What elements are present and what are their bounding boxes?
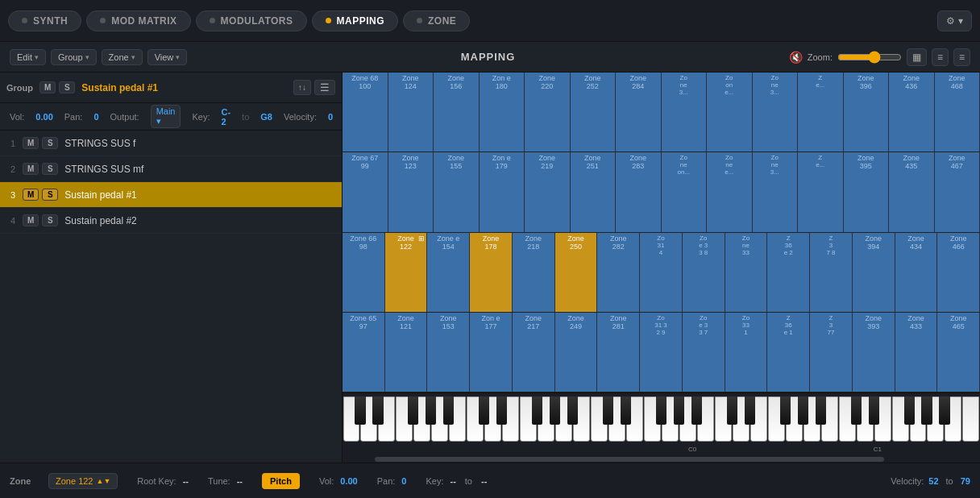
white-key[interactable] — [449, 396, 466, 442]
settings-button[interactable]: ⚙ ▾ — [937, 10, 972, 31]
zone-cell[interactable]: Z36e 1 — [767, 313, 810, 392]
list-view-icon[interactable]: ≡ — [932, 48, 949, 66]
group-up-button[interactable]: ↑↓ — [293, 80, 311, 95]
zone-cell[interactable]: Zone433 — [895, 313, 938, 392]
zone-cell[interactable]: Ze... — [798, 73, 844, 151]
zone-cell[interactable]: Zone124 — [388, 73, 434, 151]
zone-cell[interactable]: Zone283 — [616, 152, 662, 231]
zone-cell-122[interactable]: ⊞ Zone122 — [385, 233, 428, 312]
zone-cell[interactable]: Zone121 — [385, 313, 428, 392]
mute-button[interactable]: M — [39, 81, 56, 93]
view-menu[interactable]: View ▾ — [147, 49, 188, 65]
piano-scroll[interactable] — [343, 456, 980, 463]
zone-cell[interactable]: Zone468 — [935, 73, 981, 151]
white-key[interactable] — [413, 396, 430, 442]
zone-cell[interactable]: Zone 6698 — [343, 233, 385, 312]
white-key[interactable] — [343, 396, 360, 442]
zone-cell[interactable]: Zone249 — [555, 313, 598, 392]
white-key[interactable] — [768, 396, 785, 442]
zone-select[interactable]: Zone 122 ▲▼ — [48, 473, 118, 489]
zone-cell[interactable]: Zone 68100 — [343, 73, 388, 151]
white-key[interactable] — [821, 396, 838, 442]
zone-cell[interactable]: Zone396 — [844, 73, 890, 151]
zone-cell[interactable]: Zone220 — [525, 73, 571, 151]
zone-cell[interactable]: Z37 8 — [810, 233, 853, 312]
white-key[interactable] — [910, 396, 927, 442]
zone-cell[interactable]: Zone3... — [753, 152, 799, 231]
zone-cell[interactable]: Zo314 — [640, 233, 683, 312]
zone-cell[interactable]: Zo331 — [725, 313, 768, 392]
zone-cell[interactable]: Zone123 — [388, 152, 434, 231]
alt-list-icon[interactable]: ≡ — [953, 48, 970, 66]
zone-cell[interactable]: Zonee... — [707, 152, 753, 231]
zone-cell[interactable]: Zone281 — [597, 313, 640, 392]
group-row-1[interactable]: 1 M S STRINGS SUS f — [0, 131, 342, 156]
white-key[interactable] — [431, 396, 448, 442]
white-key[interactable] — [927, 396, 944, 442]
white-key[interactable] — [945, 396, 961, 442]
zone-cell-250[interactable]: Zone250 — [555, 233, 598, 312]
mute-3[interactable]: M — [23, 189, 39, 201]
zone-cell[interactable]: Zone465 — [937, 313, 980, 392]
mute-4[interactable]: M — [23, 214, 39, 226]
zone-cell[interactable]: Zoneon... — [662, 152, 708, 231]
white-key[interactable] — [892, 396, 909, 442]
white-key[interactable] — [502, 396, 519, 442]
white-key[interactable] — [467, 396, 484, 442]
white-key[interactable] — [786, 396, 803, 442]
zone-cell[interactable]: Zone394 — [853, 233, 895, 312]
zone-cell[interactable]: Zone33 — [725, 233, 768, 312]
group-list-button[interactable]: ☰ — [314, 80, 335, 95]
zone-cell[interactable]: Zone217 — [513, 313, 555, 392]
white-key[interactable] — [626, 396, 643, 442]
zone-cell[interactable]: Zone153 — [427, 313, 470, 392]
white-key[interactable] — [608, 396, 625, 442]
solo-3[interactable]: S — [42, 189, 58, 201]
white-key[interactable] — [644, 396, 661, 442]
white-key[interactable] — [573, 396, 590, 442]
zone-cell[interactable]: Zon e177 — [470, 313, 513, 392]
zone-cell[interactable]: Zone467 — [935, 152, 981, 231]
tab-mapping[interactable]: MAPPING — [312, 10, 399, 31]
piano-scroll-thumb[interactable] — [375, 457, 885, 462]
output-select[interactable]: Main ▾ — [151, 105, 181, 128]
zone-cell[interactable]: Zone434 — [895, 233, 938, 312]
white-key[interactable] — [839, 396, 856, 442]
white-key[interactable] — [520, 396, 537, 442]
group-row-4[interactable]: 4 M S Sustain pedal #2 — [0, 208, 342, 234]
group-row-3[interactable]: 3 M S Sustain pedal #1 — [0, 182, 342, 208]
edit-menu[interactable]: Edit ▾ — [10, 49, 46, 65]
zone-cell[interactable]: Zone435 — [889, 152, 935, 231]
zone-cell[interactable]: Zoe 33 7 — [683, 313, 725, 392]
mute-2[interactable]: M — [23, 163, 39, 175]
white-key[interactable] — [591, 396, 608, 442]
white-key[interactable] — [360, 396, 377, 442]
tab-mod-matrix[interactable]: MOD MATRIX — [86, 10, 190, 31]
white-key[interactable] — [750, 396, 767, 442]
white-key[interactable] — [715, 396, 732, 442]
zone-cell[interactable]: Zone466 — [937, 233, 980, 312]
solo-1[interactable]: S — [42, 137, 58, 149]
zone-cell-178[interactable]: Zone178 — [470, 233, 513, 312]
white-key[interactable] — [697, 396, 714, 442]
solo-4[interactable]: S — [42, 214, 58, 226]
zone-cell[interactable]: Z36e 2 — [767, 233, 810, 312]
zone-cell[interactable]: Zon e180 — [480, 73, 525, 151]
white-key[interactable] — [962, 396, 979, 442]
zone-cell[interactable]: Zone282 — [597, 233, 640, 312]
white-key[interactable] — [679, 396, 696, 442]
tab-synth[interactable]: SYNTH — [8, 10, 81, 31]
zone-cell[interactable]: Ze... — [798, 152, 844, 231]
zone-cell[interactable]: Zone395 — [844, 152, 890, 231]
zone-cell[interactable]: Zoe 33 8 — [683, 233, 725, 312]
mute-1[interactable]: M — [23, 137, 39, 149]
solo-button[interactable]: S — [59, 81, 75, 93]
solo-2[interactable]: S — [42, 163, 58, 175]
zone-cell[interactable]: Zone3... — [753, 73, 799, 151]
tab-zone[interactable]: ZONE — [403, 10, 470, 31]
white-key[interactable] — [662, 396, 679, 442]
zone-cell[interactable]: Zone252 — [571, 73, 617, 151]
bars-icon[interactable]: ▦ — [907, 48, 927, 66]
zone-cell[interactable]: Zone156 — [434, 73, 480, 151]
white-key[interactable] — [538, 396, 554, 442]
